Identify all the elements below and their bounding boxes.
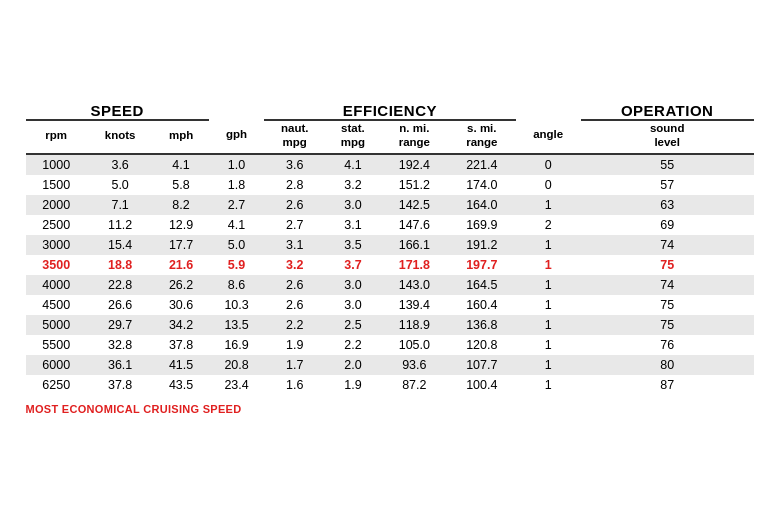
- smi-range-cell: 100.4: [448, 375, 515, 395]
- smi-range-cell: 191.2: [448, 235, 515, 255]
- sound-level-cell: 75: [581, 255, 754, 275]
- col-angle: angle: [516, 120, 581, 155]
- rpm-cell: 5500: [26, 335, 87, 355]
- nmi-range-cell: 142.5: [381, 195, 448, 215]
- stat-mpg-cell: 3.0: [325, 275, 380, 295]
- table-row: 550032.837.816.91.92.2105.0120.8176: [26, 335, 754, 355]
- mph-cell: 37.8: [153, 335, 209, 355]
- smi-range-cell: 107.7: [448, 355, 515, 375]
- gph-cell: 5.0: [209, 235, 265, 255]
- naut-mpg-cell: 1.9: [264, 335, 325, 355]
- sound-level-cell: 75: [581, 315, 754, 335]
- gph-cell: 20.8: [209, 355, 265, 375]
- rpm-cell: 2500: [26, 215, 87, 235]
- mph-cell: 5.8: [153, 175, 209, 195]
- mph-cell: 17.7: [153, 235, 209, 255]
- angle-cell: 2: [516, 215, 581, 235]
- angle-cell: 1: [516, 295, 581, 315]
- angle-cell: 1: [516, 275, 581, 295]
- nmi-range-cell: 93.6: [381, 355, 448, 375]
- sound-level-cell: 69: [581, 215, 754, 235]
- table-row: 350018.821.65.93.23.7171.8197.7175: [26, 255, 754, 275]
- rpm-cell: 1000: [26, 155, 87, 175]
- group-header-row: SPEED EFFICIENCY OPERATION: [26, 100, 754, 120]
- rpm-cell: 6250: [26, 375, 87, 395]
- table-row: 600036.141.520.81.72.093.6107.7180: [26, 355, 754, 375]
- table-row: 15005.05.81.82.83.2151.2174.0057: [26, 175, 754, 195]
- gph-cell: 1.0: [209, 155, 265, 175]
- table-body: 10003.64.11.03.64.1192.4221.405515005.05…: [26, 155, 754, 395]
- knots-cell: 22.8: [87, 275, 153, 295]
- angle-cell: 1: [516, 255, 581, 275]
- gph-cell: 5.9: [209, 255, 265, 275]
- stat-mpg-cell: 2.2: [325, 335, 380, 355]
- mph-cell: 26.2: [153, 275, 209, 295]
- mph-cell: 43.5: [153, 375, 209, 395]
- gph-cell: 2.7: [209, 195, 265, 215]
- table-row: 10003.64.11.03.64.1192.4221.4055: [26, 155, 754, 175]
- sound-level-cell: 87: [581, 375, 754, 395]
- sound-level-cell: 74: [581, 235, 754, 255]
- smi-range-cell: 174.0: [448, 175, 515, 195]
- mph-cell: 30.6: [153, 295, 209, 315]
- performance-table: SPEED EFFICIENCY OPERATION rpm knots mph…: [26, 100, 754, 396]
- stat-mpg-cell: 3.2: [325, 175, 380, 195]
- operation-group-header: OPERATION: [581, 100, 754, 120]
- main-container: SPEED EFFICIENCY OPERATION rpm knots mph…: [10, 90, 770, 432]
- table-row: 400022.826.28.62.63.0143.0164.5174: [26, 275, 754, 295]
- mph-cell: 21.6: [153, 255, 209, 275]
- sound-level-cell: 63: [581, 195, 754, 215]
- spacer-2: [516, 100, 581, 120]
- knots-cell: 29.7: [87, 315, 153, 335]
- angle-cell: 1: [516, 195, 581, 215]
- smi-range-cell: 164.0: [448, 195, 515, 215]
- rpm-cell: 2000: [26, 195, 87, 215]
- smi-range-cell: 160.4: [448, 295, 515, 315]
- mph-cell: 4.1: [153, 155, 209, 175]
- angle-cell: 0: [516, 175, 581, 195]
- smi-range-cell: 197.7: [448, 255, 515, 275]
- sound-level-cell: 55: [581, 155, 754, 175]
- angle-cell: 1: [516, 315, 581, 335]
- sound-level-cell: 80: [581, 355, 754, 375]
- table-row: 625037.843.523.41.61.987.2100.4187: [26, 375, 754, 395]
- col-stat-mpg: stat.mpg: [325, 120, 380, 155]
- knots-cell: 15.4: [87, 235, 153, 255]
- stat-mpg-cell: 2.0: [325, 355, 380, 375]
- naut-mpg-cell: 3.6: [264, 155, 325, 175]
- col-knots: knots: [87, 120, 153, 155]
- table-row: 450026.630.610.32.63.0139.4160.4175: [26, 295, 754, 315]
- naut-mpg-cell: 2.8: [264, 175, 325, 195]
- angle-cell: 1: [516, 355, 581, 375]
- efficiency-group-header: EFFICIENCY: [264, 100, 515, 120]
- gph-cell: 23.4: [209, 375, 265, 395]
- knots-cell: 26.6: [87, 295, 153, 315]
- sub-header-row: rpm knots mph gph naut.mpg stat.mpg n. m…: [26, 120, 754, 155]
- nmi-range-cell: 143.0: [381, 275, 448, 295]
- naut-mpg-cell: 3.2: [264, 255, 325, 275]
- stat-mpg-cell: 3.1: [325, 215, 380, 235]
- sound-level-cell: 75: [581, 295, 754, 315]
- gph-cell: 10.3: [209, 295, 265, 315]
- knots-cell: 18.8: [87, 255, 153, 275]
- rpm-cell: 3000: [26, 235, 87, 255]
- mph-cell: 34.2: [153, 315, 209, 335]
- knots-cell: 36.1: [87, 355, 153, 375]
- nmi-range-cell: 147.6: [381, 215, 448, 235]
- nmi-range-cell: 87.2: [381, 375, 448, 395]
- stat-mpg-cell: 3.7: [325, 255, 380, 275]
- table-row: 500029.734.213.52.22.5118.9136.8175: [26, 315, 754, 335]
- gph-cell: 4.1: [209, 215, 265, 235]
- speed-group-header: SPEED: [26, 100, 209, 120]
- col-naut-mpg: naut.mpg: [264, 120, 325, 155]
- mph-cell: 12.9: [153, 215, 209, 235]
- sound-level-cell: 74: [581, 275, 754, 295]
- knots-cell: 37.8: [87, 375, 153, 395]
- nmi-range-cell: 192.4: [381, 155, 448, 175]
- gph-cell: 13.5: [209, 315, 265, 335]
- rpm-cell: 3500: [26, 255, 87, 275]
- nmi-range-cell: 171.8: [381, 255, 448, 275]
- naut-mpg-cell: 3.1: [264, 235, 325, 255]
- rpm-cell: 6000: [26, 355, 87, 375]
- table-row: 250011.212.94.12.73.1147.6169.9269: [26, 215, 754, 235]
